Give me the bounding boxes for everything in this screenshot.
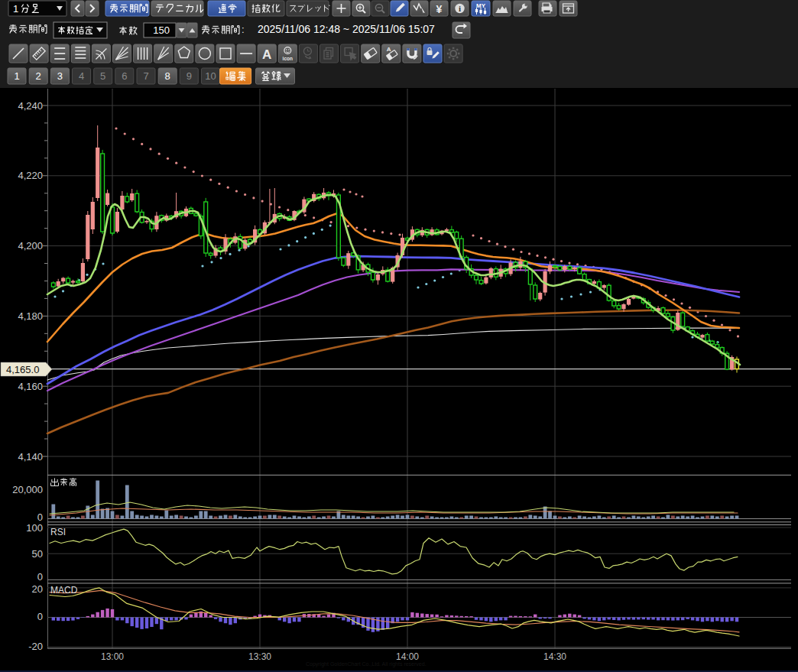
svg-text:20: 20 [32, 583, 43, 595]
svg-text:13:30: 13:30 [248, 651, 271, 662]
svg-text:4,165.0: 4,165.0 [6, 364, 39, 375]
svg-text:icon: icon [283, 56, 293, 61]
svg-text:RSI: RSI [50, 527, 66, 537]
svg-text:4: 4 [79, 70, 84, 82]
svg-text:¥: ¥ [436, 3, 443, 15]
svg-text:0: 0 [37, 571, 43, 583]
svg-text:1: 1 [13, 3, 18, 15]
svg-text:14:00: 14:00 [396, 651, 419, 662]
svg-text:7: 7 [143, 70, 148, 82]
svg-text:13:00: 13:00 [101, 651, 124, 662]
svg-text:5: 5 [100, 70, 105, 82]
svg-text:0: 0 [37, 511, 43, 523]
svg-text:20,000: 20,000 [12, 484, 43, 495]
svg-text:1: 1 [14, 70, 19, 82]
svg-text:4,140: 4,140 [18, 451, 43, 463]
svg-text:Copyright GoldenChart Co.,Ltd.: Copyright GoldenChart Co.,Ltd. All right… [306, 661, 427, 667]
svg-text:9: 9 [187, 70, 192, 82]
svg-text:-20: -20 [28, 641, 43, 652]
svg-text:100: 100 [26, 522, 43, 534]
svg-text:4,240: 4,240 [18, 100, 43, 112]
svg-text:MACD: MACD [50, 585, 78, 596]
svg-text:4,180: 4,180 [18, 310, 43, 322]
svg-text:10: 10 [205, 70, 216, 82]
svg-text:4,160: 4,160 [18, 381, 43, 392]
svg-text:14:30: 14:30 [543, 651, 566, 662]
svg-text:A: A [387, 46, 391, 53]
svg-text:150: 150 [153, 24, 170, 36]
svg-text:3: 3 [57, 70, 63, 82]
svg-text:4,200: 4,200 [18, 240, 43, 252]
svg-text:4,220: 4,220 [18, 170, 43, 181]
svg-text:i: i [459, 4, 461, 13]
svg-text::: : [242, 24, 245, 35]
svg-text:50: 50 [32, 548, 43, 560]
svg-text:2025/11/06 12:48 ~ 2025/11/06: 2025/11/06 12:48 ~ 2025/11/06 15:07 [258, 23, 435, 35]
svg-text:A: A [262, 47, 271, 62]
svg-text:2: 2 [36, 70, 41, 82]
svg-text:8: 8 [165, 70, 170, 82]
svg-text:6: 6 [122, 70, 127, 82]
svg-text:0: 0 [37, 611, 43, 622]
